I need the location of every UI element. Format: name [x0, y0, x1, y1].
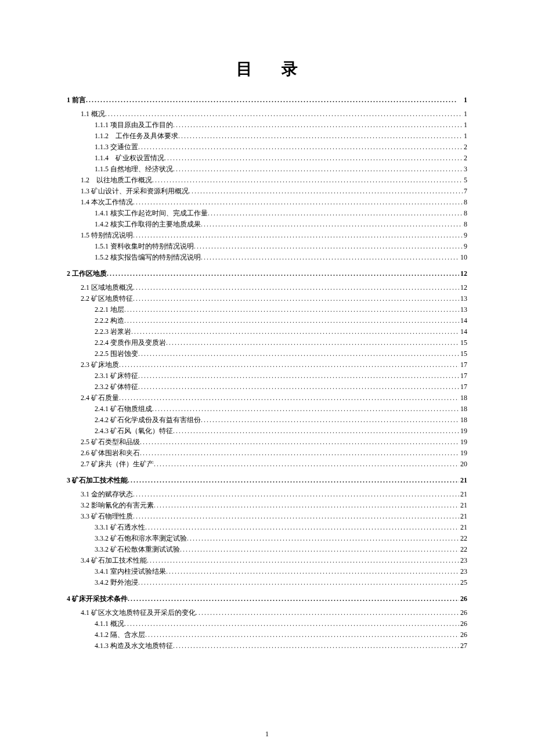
- toc-leader-dots: [138, 577, 459, 588]
- toc-page: 19: [459, 448, 467, 458]
- toc-page: 21: [459, 500, 467, 510]
- toc-leader-dots: [173, 640, 459, 651]
- toc-entry: 1 前言1: [67, 95, 467, 105]
- toc-label: 2.2.5 围岩蚀变: [95, 348, 138, 359]
- toc-page: 21: [459, 489, 467, 499]
- toc-page: 17: [459, 370, 467, 381]
- toc-leader-dots: [133, 282, 459, 293]
- toc-leader-dots: [133, 293, 459, 304]
- toc-entry: 2.3.1 矿床特征17: [67, 370, 467, 381]
- toc-label: 1.3 矿山设计、开采和资源利用概况: [81, 186, 189, 196]
- toc-entry: 2.3.2 矿体特征17: [67, 381, 467, 392]
- toc-entry: 2.5 矿石类型和品级19: [67, 437, 467, 447]
- toc-leader-dots: [128, 593, 459, 604]
- toc-page: 18: [459, 393, 467, 403]
- toc-leader-dots: [154, 500, 459, 510]
- toc-entry: 3.3 矿石物理性质21: [67, 511, 467, 521]
- toc-entry: 1.4 本次工作情况8: [67, 197, 467, 207]
- toc-label: 1.1.1 项目原由及工作目的: [95, 120, 173, 130]
- toc-leader-dots: [124, 304, 459, 315]
- toc-label: 2.7 矿床共（伴）生矿产: [81, 459, 154, 469]
- toc-leader-dots: [119, 359, 459, 370]
- toc-page: 5: [463, 175, 467, 185]
- toc-entry: 2.3 矿床地质17: [67, 359, 467, 370]
- toc-label: 2.1 区域地质概况: [81, 282, 133, 293]
- toc-entry: 2.2 矿区地质特征13: [67, 293, 467, 304]
- toc-page: 19: [459, 437, 467, 447]
- toc-entry: 1.5 特别情况说明9: [67, 230, 467, 240]
- page-title: 目录: [67, 58, 467, 80]
- toc-leader-dots: [138, 142, 463, 152]
- toc-label: 2.3.2 矿体特征: [95, 381, 138, 392]
- toc-leader-dots: [124, 315, 459, 326]
- toc-label: 2.4 矿石质量: [81, 393, 119, 403]
- toc-entry: 1.1.2 工作任务及具体要求1: [67, 131, 467, 141]
- toc-page: 13: [459, 304, 467, 315]
- toc-leader-dots: [105, 109, 463, 119]
- toc-entry: 3.4 矿石加工技术性能23: [67, 555, 467, 566]
- toc-leader-dots: [128, 475, 459, 485]
- toc-page: 23: [459, 566, 467, 577]
- toc-entry: 2.2.1 地层13: [67, 304, 467, 315]
- toc-page: 15: [459, 337, 467, 348]
- toc-leader-dots: [133, 197, 463, 207]
- toc-entry: 1.1.3 交通位置2: [67, 142, 467, 152]
- toc-entry: 3.3.2 矿石松散体重测试试验22: [67, 544, 467, 555]
- toc-leader-dots: [173, 120, 463, 130]
- toc-leader-dots: [154, 459, 459, 469]
- toc-page: 26: [459, 593, 467, 604]
- toc-leader-dots: [124, 618, 459, 629]
- toc-label: 4.1 矿区水文地质特征及开采后的变化: [81, 607, 196, 618]
- toc-label: 2.2 矿区地质特征: [81, 293, 133, 304]
- toc-leader-dots: [173, 426, 459, 436]
- toc-label: 2.4.1 矿石物质组成: [95, 404, 152, 414]
- toc-page: 27: [459, 640, 467, 651]
- toc-label: 4.1.1 概况: [95, 618, 124, 629]
- toc-leader-dots: [201, 219, 463, 229]
- toc-page: 2: [463, 142, 467, 152]
- toc-label: 1.1 概况: [81, 109, 105, 119]
- toc-page: 17: [459, 381, 467, 392]
- toc-leader-dots: [140, 448, 459, 458]
- toc-leader-dots: [178, 131, 463, 141]
- toc-entry: 2.1 区域地质概况12: [67, 282, 467, 293]
- toc-label: 2.3.1 矿床特征: [95, 370, 138, 381]
- toc-leader-dots: [201, 252, 459, 262]
- toc-leader-dots: [138, 370, 459, 381]
- toc-entry: 1.3 矿山设计、开采和资源利用概况7: [67, 186, 467, 196]
- toc-leader-dots: [131, 326, 459, 337]
- toc-page: 26: [459, 629, 467, 640]
- toc-label: 3.4.2 野外池浸: [95, 577, 138, 588]
- toc-label: 1.1.3 交通位置: [95, 142, 138, 152]
- toc-entry: 3.1 金的赋存状态21: [67, 489, 467, 499]
- toc-leader-dots: [145, 629, 459, 640]
- toc-label: 1.1.5 自然地理、经济状况: [95, 164, 173, 174]
- toc-label: 2.5 矿石类型和品级: [81, 437, 140, 447]
- toc-page: 18: [459, 415, 467, 425]
- toc-label: 3.3.2 矿石饱和溶水率测定试验: [95, 533, 187, 543]
- toc-page: 14: [459, 315, 467, 326]
- toc-entry: 3.3.1 矿石透水性21: [67, 522, 467, 532]
- toc-leader-dots: [194, 241, 463, 251]
- toc-page: 22: [459, 544, 467, 555]
- toc-leader-dots: [196, 607, 459, 618]
- toc-entry: 1.2 以往地质工作概况5: [67, 175, 467, 185]
- toc-label: 1.1.4 矿业权设置情况: [95, 153, 164, 163]
- toc-label: 3.4 矿石加工技术性能: [81, 555, 147, 566]
- toc-page: 14: [459, 326, 467, 337]
- toc-entry: 2.6 矿体围岩和夹石19: [67, 448, 467, 458]
- toc-page: 15: [459, 348, 467, 359]
- toc-page: 26: [459, 607, 467, 618]
- toc-label: 3.4.1 室内柱浸试验结果: [95, 566, 166, 577]
- toc-label: 1.4.1 核实工作起讫时间、完成工作量: [95, 208, 208, 218]
- toc-leader-dots: [133, 230, 463, 240]
- toc-entry: 3 矿石加工技术性能21: [67, 475, 467, 485]
- toc-page: 12: [459, 282, 467, 293]
- toc-label: 3.2 影响氰化的有害元素: [81, 500, 154, 510]
- toc-page: 1: [463, 131, 467, 141]
- toc-entry: 2.4 矿石质量18: [67, 393, 467, 403]
- toc-page: 18: [459, 404, 467, 414]
- toc-leader-dots: [107, 268, 459, 279]
- toc-entry: 2.2.5 围岩蚀变15: [67, 348, 467, 359]
- toc-page: 20: [459, 459, 467, 469]
